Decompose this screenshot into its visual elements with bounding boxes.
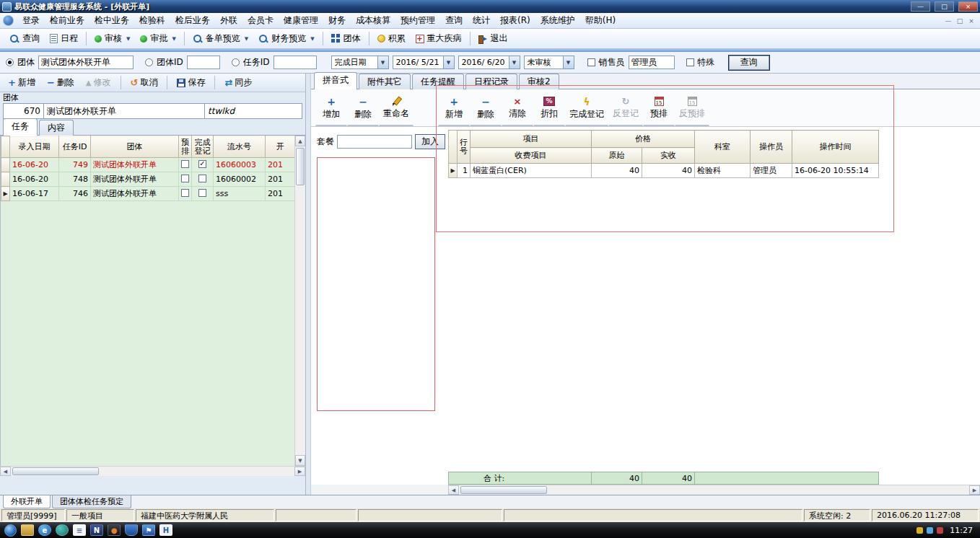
column-header-open[interactable]: 开	[266, 136, 295, 158]
menu-item[interactable]: 外联	[215, 12, 242, 29]
toolbar-button-major-disease[interactable]: + 重大疾病	[411, 30, 467, 48]
reverse-register-button[interactable]: ↻ 反登记	[608, 91, 643, 126]
column-header-date[interactable]: 录入日期	[10, 136, 59, 158]
chevron-down-icon[interactable]: ▼	[563, 56, 574, 69]
task-id-input[interactable]	[274, 56, 317, 69]
menu-item[interactable]: 成本核算	[351, 12, 395, 29]
sales-input[interactable]	[629, 56, 675, 69]
table-row[interactable]: ▶ 16-06-17 746 测试团体外联开单 sss 201	[1, 187, 295, 201]
bottom-tab-external-order[interactable]: 外联开单	[3, 495, 51, 508]
complete-checkbox[interactable]	[198, 160, 206, 168]
scrollbar-track[interactable]	[295, 146, 305, 455]
n-app-icon[interactable]: N	[90, 524, 103, 536]
maximize-button[interactable]: □	[935, 1, 954, 12]
save-button[interactable]: 保存	[172, 74, 210, 91]
h-app-icon[interactable]: H	[159, 524, 172, 536]
chevron-down-icon[interactable]: ▼	[170, 36, 175, 42]
prearrange-button[interactable]: 预排	[643, 91, 675, 126]
toolbar-button-order-preview[interactable]: 备单预览 ▼	[188, 30, 253, 48]
globe-icon[interactable]	[56, 524, 69, 536]
group-id-radio[interactable]	[145, 58, 153, 66]
menu-item[interactable]: 帮助(H)	[580, 12, 621, 29]
package-add-button[interactable]: + 增加	[315, 91, 347, 126]
horizontal-scrollbar[interactable]: ◀ ▶	[0, 466, 305, 476]
menu-item[interactable]: 会员卡	[242, 12, 279, 29]
column-header-rowno[interactable]: 行号	[458, 131, 471, 164]
scroll-down-icon[interactable]: ▼	[295, 455, 305, 466]
tray-icon[interactable]	[937, 527, 943, 534]
vertical-scrollbar[interactable]: ▲ ▼	[294, 136, 305, 466]
special-checkbox[interactable]	[686, 58, 694, 66]
group-id-input[interactable]	[187, 56, 220, 69]
scrollbar-track[interactable]	[11, 467, 294, 476]
scroll-right-icon[interactable]: ▶	[969, 485, 980, 495]
table-row[interactable]: ▶ 1 铜蓝蛋白(CER) 40 40 检验科 管理员 16-06-20 10:…	[449, 164, 879, 178]
taskbar-clock[interactable]: 11:27	[947, 526, 976, 535]
toolbar-button-group[interactable]: 团体	[326, 30, 366, 48]
menu-item[interactable]: 检后业务	[170, 12, 215, 29]
column-header-price[interactable]: 价格	[592, 131, 695, 148]
folder-icon[interactable]	[21, 524, 34, 536]
package-input[interactable]	[337, 135, 412, 149]
date-from-combo[interactable]: 2016/ 5/21 ▼	[393, 56, 455, 69]
toolbar-button-points[interactable]: 积累	[372, 30, 411, 48]
column-header-complete[interactable]: 完成登记	[192, 136, 214, 158]
scroll-up-icon[interactable]: ▲	[295, 136, 305, 146]
sync-button[interactable]: ⇄ 同步	[219, 74, 257, 91]
notepad-icon[interactable]: ≡	[73, 524, 86, 536]
menu-item[interactable]: 检前业务	[45, 12, 89, 29]
panel-splitter[interactable]	[306, 74, 311, 495]
horizontal-scrollbar[interactable]: ◀ ▶	[448, 485, 980, 495]
sales-checkbox[interactable]	[587, 58, 595, 66]
reverse-prearrange-button[interactable]: 反预排	[675, 91, 709, 126]
audit-state-combo[interactable]: 未审核 ▼	[524, 56, 574, 69]
scrollbar-thumb[interactable]	[460, 486, 547, 494]
tray-icon[interactable]	[927, 527, 933, 534]
discount-button[interactable]: % 折扣	[533, 91, 565, 126]
scroll-left-icon[interactable]: ◀	[448, 485, 459, 495]
menu-item[interactable]: 财务	[323, 12, 351, 29]
column-header-fee-item[interactable]: 收费项目	[471, 148, 592, 164]
toolbar-button-exit[interactable]: 退出	[473, 30, 513, 48]
query-button[interactable]: 查询	[728, 55, 770, 71]
chevron-down-icon[interactable]: ▼	[309, 36, 314, 42]
mdi-close-icon[interactable]: ×	[966, 17, 977, 25]
chevron-down-icon[interactable]: ▼	[243, 36, 248, 42]
close-button[interactable]: ×	[958, 1, 978, 12]
media-player-icon[interactable]: ●	[108, 524, 121, 536]
mdi-restore-icon[interactable]: □	[954, 17, 966, 25]
table-row[interactable]: 16-06-20 748 测试团体外联开单 16060002 201	[1, 172, 295, 187]
toolbar-button-query[interactable]: 查询	[4, 30, 45, 48]
join-button[interactable]: 加入	[415, 134, 445, 149]
complete-checkbox[interactable]	[198, 175, 206, 182]
edit-task-button[interactable]: ▲ 修改	[81, 74, 116, 91]
tab-pinyin[interactable]: 拼音式	[314, 72, 357, 89]
menu-item[interactable]: 报表(R)	[495, 12, 535, 29]
tab-task-reminder[interactable]: 任务提醒	[412, 74, 464, 89]
tab-task[interactable]: 任务	[3, 118, 38, 136]
cancel-button[interactable]: ↺ 取消	[126, 74, 163, 91]
scrollbar-track[interactable]	[459, 485, 969, 495]
prearrange-checkbox[interactable]	[181, 160, 189, 168]
item-delete-button[interactable]: − 删除	[470, 91, 502, 126]
column-header-prearrange[interactable]: 预排	[179, 136, 192, 158]
group-name-input[interactable]	[38, 56, 134, 69]
column-header-original[interactable]: 原始	[592, 148, 642, 164]
date-type-combo[interactable]: 完成日期 ▼	[331, 56, 389, 69]
scrollbar-thumb[interactable]	[12, 467, 99, 475]
tab-attachment-other[interactable]: 附件其它	[359, 74, 411, 89]
column-header-time[interactable]: 操作时间	[792, 131, 879, 164]
group-radio[interactable]	[6, 58, 14, 66]
menu-item[interactable]: 系统维护	[535, 12, 580, 29]
scroll-right-icon[interactable]: ▶	[294, 467, 305, 476]
toolbar-button-audit[interactable]: 审核 ▼	[89, 30, 135, 48]
menu-item[interactable]: 检中业务	[89, 12, 134, 29]
column-header-group[interactable]: 团体	[91, 136, 179, 158]
menu-item[interactable]: 查询	[440, 12, 468, 29]
tab-schedule-log[interactable]: 日程记录	[465, 74, 517, 89]
toolbar-button-finance-preview[interactable]: 财务预览 ▼	[253, 30, 319, 48]
scroll-left-icon[interactable]: ◀	[0, 467, 11, 476]
flag-icon[interactable]: ⚑	[142, 524, 155, 536]
date-to-combo[interactable]: 2016/ 6/20 ▼	[458, 56, 520, 69]
ie-icon[interactable]: e	[38, 524, 51, 536]
